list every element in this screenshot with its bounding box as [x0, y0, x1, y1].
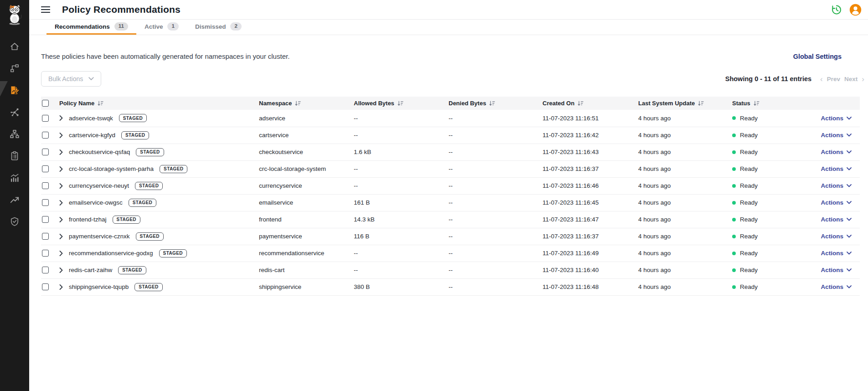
row-actions-button[interactable]: Actions	[821, 132, 852, 139]
namespace-cell: shippingservice	[259, 278, 354, 295]
row-checkbox[interactable]	[42, 132, 49, 139]
policy-name: cartservice-kgfyd	[69, 132, 115, 139]
expand-row-icon[interactable]	[59, 251, 63, 256]
sort-icon[interactable]	[698, 101, 704, 106]
sidebar-nav	[0, 36, 29, 232]
column-header-label: Status	[732, 100, 750, 107]
actions-label: Actions	[821, 233, 843, 240]
status-badge: Ready	[732, 250, 792, 257]
expand-row-icon[interactable]	[59, 284, 63, 290]
namespace-cell: paymentservice	[259, 228, 354, 245]
tab-dismissed[interactable]: Dismissed2	[187, 20, 250, 35]
row-checkbox[interactable]	[42, 199, 49, 206]
row-checkbox[interactable]	[42, 233, 49, 240]
last-update-cell: 4 hours ago	[638, 211, 732, 228]
page-title: Policy Recommendations	[62, 4, 181, 15]
tab-active[interactable]: Active1	[136, 20, 187, 35]
namespace-cell: cartservice	[259, 127, 354, 144]
row-checkbox[interactable]	[42, 267, 49, 273]
row-actions-button[interactable]: Actions	[821, 165, 852, 172]
created-on-cell: 11-07-2023 11:16:40	[542, 262, 638, 278]
last-update-cell: 4 hours ago	[638, 110, 732, 127]
network-graph-icon[interactable]	[0, 101, 29, 123]
row-checkbox[interactable]	[42, 182, 49, 189]
sort-icon[interactable]	[98, 101, 103, 106]
row-checkbox[interactable]	[42, 250, 49, 257]
select-all-checkbox[interactable]	[42, 100, 49, 107]
pagination-prev-button[interactable]: Prev	[827, 76, 840, 82]
clipboard-list-icon[interactable]	[0, 145, 29, 167]
actions-label: Actions	[821, 182, 843, 189]
policies-table: Policy NameNamespaceAllowed BytesDenied …	[41, 97, 860, 296]
home-icon[interactable]	[0, 36, 29, 57]
status-badge: Ready	[732, 149, 792, 155]
row-checkbox[interactable]	[42, 165, 49, 172]
table-row: cartservice-kgfydSTAGEDcartservice----11…	[41, 127, 860, 144]
row-actions-button[interactable]: Actions	[821, 233, 852, 240]
row-actions-button[interactable]: Actions	[821, 216, 852, 223]
actions-label: Actions	[821, 165, 843, 172]
row-checkbox[interactable]	[42, 216, 49, 223]
table-row: checkoutservice-qsfaqSTAGEDcheckoutservi…	[41, 144, 860, 160]
last-update-cell: 4 hours ago	[638, 160, 732, 177]
denied-bytes-cell: --	[449, 278, 542, 295]
allowed-bytes-cell: 14.3 kB	[354, 211, 449, 228]
sort-icon[interactable]	[489, 101, 495, 106]
trending-up-icon[interactable]	[0, 189, 29, 211]
sitemap-icon[interactable]	[0, 123, 29, 145]
expand-row-icon[interactable]	[59, 234, 63, 239]
allowed-bytes-cell: --	[354, 127, 449, 144]
allowed-bytes-cell: 161 B	[354, 194, 449, 211]
topbar-actions	[830, 4, 862, 16]
sidebar	[0, 0, 29, 391]
app-logo[interactable]	[5, 0, 24, 29]
column-header: Created On	[542, 97, 638, 110]
row-actions-button[interactable]: Actions	[821, 250, 852, 257]
shield-check-icon[interactable]	[0, 211, 29, 232]
expand-row-icon[interactable]	[59, 133, 63, 138]
column-header-label: Allowed Bytes	[354, 100, 394, 107]
sort-icon[interactable]	[295, 101, 301, 106]
row-actions-button[interactable]: Actions	[821, 149, 852, 155]
expand-row-icon[interactable]	[59, 183, 63, 189]
global-settings-link[interactable]: Global Settings	[793, 53, 842, 60]
chevron-down-icon	[847, 184, 852, 187]
expand-row-icon[interactable]	[59, 217, 63, 222]
status-label: Ready	[740, 283, 758, 290]
status-badge: Ready	[732, 165, 792, 172]
sort-icon[interactable]	[398, 101, 403, 106]
row-checkbox[interactable]	[42, 149, 49, 155]
expand-row-icon[interactable]	[59, 268, 63, 273]
tab-count-badge: 1	[167, 22, 178, 31]
chevron-down-icon	[847, 218, 852, 221]
row-actions-button[interactable]: Actions	[821, 283, 852, 290]
history-button[interactable]	[830, 4, 842, 16]
bar-chart-icon[interactable]	[0, 167, 29, 189]
table-row: adservice-tswqkSTAGEDadservice----11-07-…	[41, 110, 860, 127]
last-update-cell: 4 hours ago	[638, 262, 732, 278]
row-actions-button[interactable]: Actions	[821, 199, 852, 206]
menu-button[interactable]	[39, 4, 52, 15]
expand-row-icon[interactable]	[59, 115, 63, 121]
topology-icon[interactable]	[0, 57, 29, 79]
pagination-next-button[interactable]: Next	[844, 76, 858, 82]
row-checkbox[interactable]	[42, 283, 49, 290]
row-actions-button[interactable]: Actions	[821, 267, 852, 273]
row-actions-button[interactable]: Actions	[821, 115, 852, 122]
tab-recommendations[interactable]: Recommendations11	[46, 20, 136, 35]
row-actions-button[interactable]: Actions	[821, 182, 852, 189]
expand-row-icon[interactable]	[59, 166, 63, 172]
bulk-actions-button[interactable]: Bulk Actions	[41, 71, 101, 87]
sort-icon[interactable]	[754, 101, 760, 106]
actions-label: Actions	[821, 115, 843, 122]
row-checkbox[interactable]	[42, 115, 49, 122]
expand-row-icon[interactable]	[59, 149, 63, 155]
expand-row-icon[interactable]	[59, 200, 63, 206]
account-button[interactable]	[849, 4, 862, 16]
chevron-down-icon	[847, 235, 852, 238]
history-icon	[830, 4, 842, 16]
column-header: Policy Name	[59, 97, 259, 110]
policy-edit-icon[interactable]	[0, 79, 29, 101]
status-badge: Ready	[732, 216, 792, 223]
sort-icon[interactable]	[578, 101, 584, 106]
